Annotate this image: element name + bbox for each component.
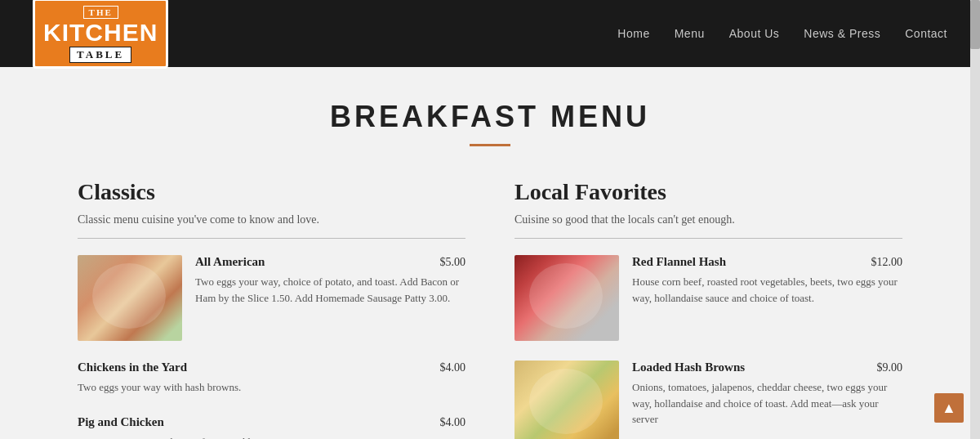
pig-chicken-name: Pig and Chicken — [78, 415, 164, 429]
nav-about[interactable]: About Us — [729, 27, 780, 40]
loaded-hash-header: Loaded Hash Browns $9.00 Onions, tomatoe… — [514, 361, 902, 439]
loaded-hash-info: Loaded Hash Browns $9.00 Onions, tomatoe… — [632, 361, 902, 428]
loaded-hash-image — [514, 361, 619, 439]
chickens-title-row: Chickens in the Yard $4.00 — [78, 361, 466, 374]
nav: Home Menu About Us News & Press Contact — [617, 27, 947, 40]
back-to-top-button[interactable]: ▲ — [934, 393, 964, 423]
red-flannel-title-row: Red Flannel Hash $12.00 — [632, 255, 902, 269]
logo-the: THE — [83, 6, 118, 19]
loaded-hash-name: Loaded Hash Browns — [632, 361, 745, 374]
red-flannel-info: Red Flannel Hash $12.00 House corn beef,… — [632, 255, 902, 306]
all-american-desc: Two eggs your way, choice of potato, and… — [195, 274, 466, 306]
all-american-info: All American $5.00 Two eggs your way, ch… — [195, 255, 466, 306]
pig-chicken-desc: Two eggs your way, choice of toast. Add … — [78, 434, 466, 440]
nav-home[interactable]: Home — [617, 27, 649, 40]
local-favorites-divider — [514, 238, 902, 239]
red-flannel-price: $12.00 — [871, 256, 903, 269]
scrollbar-thumb[interactable] — [970, 0, 980, 49]
page-title: BREAKFAST MENU — [78, 100, 902, 134]
red-flannel-header: Red Flannel Hash $12.00 House corn beef,… — [514, 255, 902, 341]
all-american-title-row: All American $5.00 — [195, 255, 466, 269]
all-american-image — [78, 255, 182, 341]
local-favorites-title: Local Favorites — [514, 179, 902, 205]
logo[interactable]: THE KITCHEN TABLE — [33, 0, 168, 69]
title-divider — [470, 144, 510, 146]
red-flannel-image — [514, 255, 619, 341]
red-flannel-name: Red Flannel Hash — [632, 255, 726, 269]
list-item: All American $5.00 Two eggs your way, ch… — [78, 255, 466, 341]
list-item: Chickens in the Yard $4.00 Two eggs your… — [78, 361, 466, 396]
list-item: Pig and Chicken $4.00 Two eggs your way,… — [78, 415, 466, 440]
chickens-price: $4.00 — [440, 361, 466, 374]
local-favorites-column: Local Favorites Cuisine so good that the… — [514, 179, 902, 439]
logo-kitchen: KITCHEN — [43, 20, 158, 45]
classics-desc: Classic menu cuisine you've come to know… — [78, 213, 466, 226]
logo-table: TABLE — [69, 47, 131, 63]
menu-columns: Classics Classic menu cuisine you've com… — [78, 179, 902, 439]
red-flannel-desc: House corn beef, roasted root vegetables… — [632, 274, 902, 306]
chickens-name: Chickens in the Yard — [78, 361, 187, 374]
local-favorites-desc: Cuisine so good that the locals can't ge… — [514, 213, 902, 226]
header: THE KITCHEN TABLE Home Menu About Us New… — [0, 0, 980, 67]
chickens-desc: Two eggs your way with hash browns. — [78, 379, 466, 396]
loaded-hash-title-row: Loaded Hash Browns $9.00 — [632, 361, 902, 374]
all-american-price: $5.00 — [440, 256, 466, 269]
nav-news[interactable]: News & Press — [804, 27, 880, 40]
loaded-hash-desc: Onions, tomatoes, jalapenos, cheddar che… — [632, 379, 902, 428]
page-title-section: BREAKFAST MENU — [78, 100, 902, 146]
loaded-hash-price: $9.00 — [877, 361, 903, 374]
scrollbar-track[interactable] — [970, 0, 980, 439]
nav-contact[interactable]: Contact — [905, 27, 947, 40]
pig-chicken-price: $4.00 — [440, 416, 466, 429]
classics-column: Classics Classic menu cuisine you've com… — [78, 179, 466, 439]
all-american-name: All American — [195, 255, 265, 269]
list-item: Loaded Hash Browns $9.00 Onions, tomatoe… — [514, 361, 902, 439]
classics-title: Classics — [78, 179, 466, 205]
classics-divider — [78, 238, 466, 239]
main-content: BREAKFAST MENU Classics Classic menu cui… — [61, 67, 919, 439]
menu-item-header: All American $5.00 Two eggs your way, ch… — [78, 255, 466, 341]
pig-chicken-title-row: Pig and Chicken $4.00 — [78, 415, 466, 429]
nav-menu[interactable]: Menu — [675, 27, 705, 40]
list-item: Red Flannel Hash $12.00 House corn beef,… — [514, 255, 902, 341]
